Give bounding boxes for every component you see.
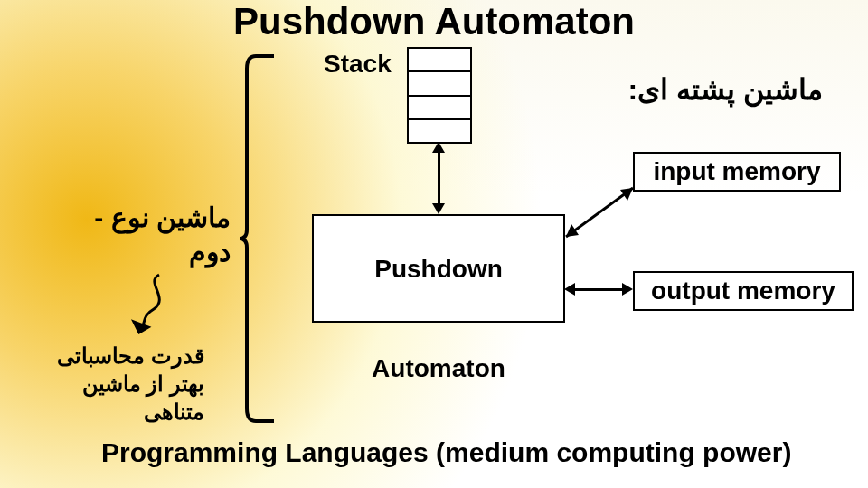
- arrowhead-icon: [622, 283, 633, 296]
- power-line3: متناهی: [144, 399, 204, 424]
- svg-marker-3: [134, 322, 148, 333]
- power-line1: قدرت محاسباتی: [57, 343, 204, 368]
- svg-line-0: [566, 188, 633, 237]
- squiggle-arrow-icon: [127, 271, 172, 343]
- output-memory-box: output memory: [633, 271, 854, 311]
- stack-label: Stack: [324, 50, 392, 79]
- power-note: قدرت محاسباتی بهتر از ماشین متناهی: [33, 342, 204, 427]
- arrowhead-icon: [432, 142, 445, 153]
- arrow-stack-pda: [438, 151, 440, 205]
- arrowhead-icon: [564, 283, 575, 296]
- arrow-output-pda: [573, 288, 624, 291]
- arrow-input-pda: [559, 181, 640, 244]
- pda-box: Pushdown Automaton: [312, 214, 565, 323]
- footer-text: Programming Languages (medium computing …: [101, 437, 791, 468]
- slide-title: Pushdown Automaton: [0, 0, 868, 43]
- bracket-icon: [240, 49, 276, 428]
- power-line2: بهتر از ماشین: [82, 371, 204, 396]
- stack-graphic: [407, 47, 472, 144]
- type2-label: ماشین نوع - دوم: [45, 201, 231, 268]
- input-memory-box: input memory: [633, 152, 841, 192]
- type2-line1: ماشین نوع: [111, 202, 231, 232]
- arrowhead-icon: [432, 203, 445, 214]
- heading-fa: ماشین پشته ای:: [628, 72, 823, 107]
- type2-line2: دوم: [189, 237, 231, 267]
